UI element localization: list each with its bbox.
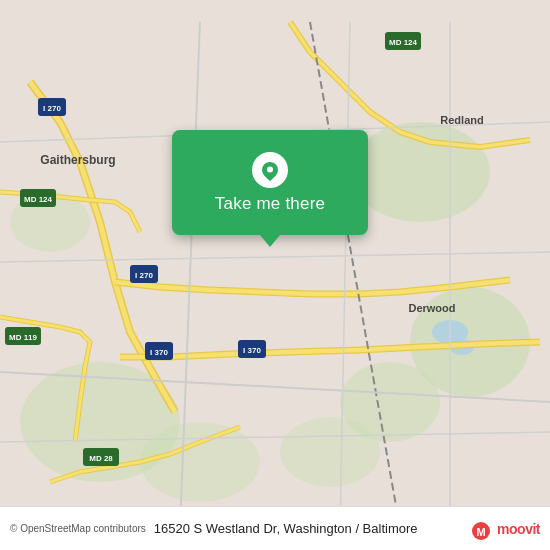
svg-point-7 bbox=[280, 417, 380, 487]
svg-text:Redland: Redland bbox=[440, 114, 483, 126]
osm-attribution: © OpenStreetMap contributors bbox=[10, 523, 146, 534]
svg-text:M: M bbox=[477, 526, 486, 538]
address-label: 16520 S Westland Dr, Washington / Baltim… bbox=[154, 521, 461, 536]
svg-text:I 270: I 270 bbox=[43, 104, 61, 113]
svg-point-5 bbox=[140, 422, 260, 502]
svg-text:Gaithersburg: Gaithersburg bbox=[40, 153, 115, 167]
svg-text:MD 124: MD 124 bbox=[389, 38, 418, 47]
map-container: I 270 MD 124 MD 124 I 270 I 370 I 370 MD… bbox=[0, 0, 550, 550]
moovit-icon: M bbox=[469, 517, 493, 541]
moovit-logo: M moovit bbox=[469, 517, 540, 541]
map-svg: I 270 MD 124 MD 124 I 270 I 370 I 370 MD… bbox=[0, 0, 550, 550]
location-pin-icon bbox=[252, 152, 288, 188]
svg-text:I 270: I 270 bbox=[135, 271, 153, 280]
svg-text:I 370: I 370 bbox=[150, 348, 168, 357]
svg-text:MD 124: MD 124 bbox=[24, 195, 53, 204]
moovit-text: moovit bbox=[497, 521, 540, 537]
svg-text:Derwood: Derwood bbox=[408, 302, 455, 314]
svg-text:I 370: I 370 bbox=[243, 346, 261, 355]
svg-text:MD 119: MD 119 bbox=[9, 333, 38, 342]
bottom-bar: © OpenStreetMap contributors 16520 S Wes… bbox=[0, 506, 550, 550]
svg-text:MD 28: MD 28 bbox=[89, 454, 113, 463]
take-me-there-popup[interactable]: Take me there bbox=[172, 130, 368, 235]
take-me-there-label: Take me there bbox=[215, 194, 325, 214]
